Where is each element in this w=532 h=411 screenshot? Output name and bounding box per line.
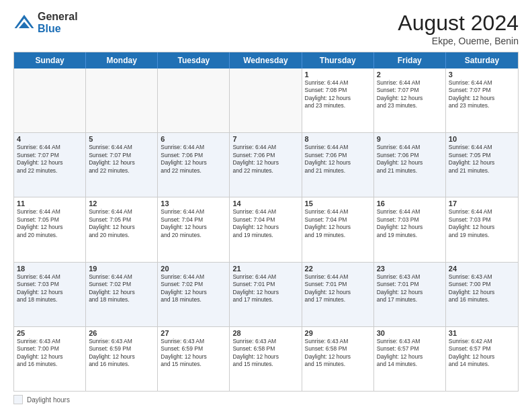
logo-blue: Blue [38, 23, 78, 35]
header-day-sunday: Sunday [14, 52, 86, 68]
logo: General Blue [13, 11, 78, 34]
day-number: 28 [232, 329, 298, 337]
calendar-row-2: 11Sunrise: 6:44 AMSunset: 7:05 PMDayligh… [14, 197, 518, 262]
day-info: Sunrise: 6:44 AMSunset: 7:07 PMDaylight:… [17, 144, 83, 175]
month-year: August 2024 [398, 11, 519, 36]
day-cell-29: 29Sunrise: 6:43 AMSunset: 6:58 PMDayligh… [302, 327, 374, 391]
day-number: 12 [89, 199, 154, 208]
empty-cell-0-1 [86, 68, 158, 132]
day-info: Sunrise: 6:44 AMSunset: 7:03 PMDaylight:… [377, 208, 443, 239]
day-cell-12: 12Sunrise: 6:44 AMSunset: 7:05 PMDayligh… [86, 197, 158, 261]
day-cell-28: 28Sunrise: 6:43 AMSunset: 6:58 PMDayligh… [230, 327, 302, 391]
day-number: 27 [161, 329, 226, 337]
calendar-header: SundayMondayTuesdayWednesdayThursdayFrid… [14, 52, 518, 68]
header-day-saturday: Saturday [446, 52, 518, 68]
day-number: 30 [377, 329, 443, 337]
day-info: Sunrise: 6:44 AMSunset: 7:02 PMDaylight:… [161, 273, 226, 304]
day-cell-22: 22Sunrise: 6:44 AMSunset: 7:01 PMDayligh… [302, 263, 374, 326]
day-info: Sunrise: 6:44 AMSunset: 7:04 PMDaylight:… [161, 208, 226, 239]
day-info: Sunrise: 6:43 AMSunset: 7:00 PMDaylight:… [449, 273, 515, 304]
day-info: Sunrise: 6:44 AMSunset: 7:02 PMDaylight:… [89, 273, 154, 304]
day-cell-27: 27Sunrise: 6:43 AMSunset: 6:59 PMDayligh… [158, 327, 230, 391]
day-number: 21 [232, 265, 298, 273]
day-info: Sunrise: 6:44 AMSunset: 7:04 PMDaylight:… [305, 208, 371, 239]
day-cell-8: 8Sunrise: 6:44 AMSunset: 7:06 PMDaylight… [302, 133, 374, 197]
day-cell-19: 19Sunrise: 6:44 AMSunset: 7:02 PMDayligh… [86, 263, 158, 326]
day-number: 7 [232, 135, 298, 143]
day-info: Sunrise: 6:44 AMSunset: 7:07 PMDaylight:… [377, 79, 443, 110]
location: Ekpe, Oueme, Benin [398, 36, 519, 46]
day-cell-17: 17Sunrise: 6:44 AMSunset: 7:03 PMDayligh… [446, 197, 518, 261]
day-cell-13: 13Sunrise: 6:44 AMSunset: 7:04 PMDayligh… [158, 197, 230, 261]
day-cell-6: 6Sunrise: 6:44 AMSunset: 7:06 PMDaylight… [158, 133, 230, 197]
day-number: 9 [377, 135, 443, 143]
calendar-row-3: 18Sunrise: 6:44 AMSunset: 7:03 PMDayligh… [14, 263, 518, 327]
page: General Blue August 2024 Ekpe, Oueme, Be… [0, 0, 532, 411]
day-cell-4: 4Sunrise: 6:44 AMSunset: 7:07 PMDaylight… [14, 133, 86, 197]
day-cell-3: 3Sunrise: 6:44 AMSunset: 7:07 PMDaylight… [446, 68, 518, 132]
day-cell-26: 26Sunrise: 6:43 AMSunset: 6:59 PMDayligh… [86, 327, 158, 391]
day-info: Sunrise: 6:43 AMSunset: 6:58 PMDaylight:… [305, 338, 371, 369]
logo-general: General [38, 11, 78, 23]
legend-label: Daylight hours [27, 396, 70, 404]
day-info: Sunrise: 6:44 AMSunset: 7:06 PMDaylight:… [305, 144, 371, 175]
calendar-row-1: 4Sunrise: 6:44 AMSunset: 7:07 PMDaylight… [14, 133, 518, 197]
day-info: Sunrise: 6:44 AMSunset: 7:01 PMDaylight:… [305, 273, 371, 304]
day-number: 26 [89, 329, 154, 337]
day-info: Sunrise: 6:43 AMSunset: 6:57 PMDaylight:… [377, 338, 443, 369]
day-info: Sunrise: 6:44 AMSunset: 7:03 PMDaylight:… [17, 273, 83, 304]
day-number: 20 [161, 265, 226, 273]
header: General Blue August 2024 Ekpe, Oueme, Be… [13, 11, 519, 46]
day-info: Sunrise: 6:44 AMSunset: 7:08 PMDaylight:… [305, 79, 371, 110]
day-number: 2 [377, 71, 443, 79]
day-info: Sunrise: 6:43 AMSunset: 6:59 PMDaylight:… [89, 338, 154, 369]
day-info: Sunrise: 6:43 AMSunset: 7:01 PMDaylight:… [377, 273, 443, 304]
day-info: Sunrise: 6:44 AMSunset: 7:01 PMDaylight:… [232, 273, 298, 304]
day-number: 22 [305, 265, 371, 273]
day-number: 5 [89, 135, 154, 143]
day-number: 11 [17, 199, 83, 208]
header-day-thursday: Thursday [302, 52, 374, 68]
day-cell-15: 15Sunrise: 6:44 AMSunset: 7:04 PMDayligh… [302, 197, 374, 261]
day-cell-25: 25Sunrise: 6:43 AMSunset: 7:00 PMDayligh… [14, 327, 86, 391]
empty-cell-0-3 [230, 68, 302, 132]
day-number: 31 [449, 329, 515, 337]
day-info: Sunrise: 6:43 AMSunset: 6:59 PMDaylight:… [161, 338, 226, 369]
day-info: Sunrise: 6:44 AMSunset: 7:04 PMDaylight:… [232, 208, 298, 239]
day-number: 3 [449, 71, 515, 79]
day-cell-21: 21Sunrise: 6:44 AMSunset: 7:01 PMDayligh… [230, 263, 302, 326]
day-info: Sunrise: 6:44 AMSunset: 7:03 PMDaylight:… [449, 208, 515, 239]
day-cell-5: 5Sunrise: 6:44 AMSunset: 7:07 PMDaylight… [86, 133, 158, 197]
day-number: 10 [449, 135, 515, 143]
day-cell-18: 18Sunrise: 6:44 AMSunset: 7:03 PMDayligh… [14, 263, 86, 326]
footer: Daylight hours [13, 395, 519, 404]
day-cell-16: 16Sunrise: 6:44 AMSunset: 7:03 PMDayligh… [374, 197, 446, 261]
calendar: SundayMondayTuesdayWednesdayThursdayFrid… [13, 52, 519, 392]
day-info: Sunrise: 6:44 AMSunset: 7:06 PMDaylight:… [232, 144, 298, 175]
day-cell-10: 10Sunrise: 6:44 AMSunset: 7:05 PMDayligh… [446, 133, 518, 197]
day-cell-2: 2Sunrise: 6:44 AMSunset: 7:07 PMDaylight… [374, 68, 446, 132]
day-info: Sunrise: 6:44 AMSunset: 7:05 PMDaylight:… [449, 144, 515, 175]
day-number: 8 [305, 135, 371, 143]
calendar-row-0: 1Sunrise: 6:44 AMSunset: 7:08 PMDaylight… [14, 68, 518, 133]
day-cell-20: 20Sunrise: 6:44 AMSunset: 7:02 PMDayligh… [158, 263, 230, 326]
day-number: 17 [449, 199, 515, 208]
day-number: 14 [232, 199, 298, 208]
day-number: 16 [377, 199, 443, 208]
day-number: 19 [89, 265, 154, 273]
day-info: Sunrise: 6:44 AMSunset: 7:07 PMDaylight:… [449, 79, 515, 110]
day-info: Sunrise: 6:42 AMSunset: 6:57 PMDaylight:… [449, 338, 515, 369]
calendar-row-4: 25Sunrise: 6:43 AMSunset: 7:00 PMDayligh… [14, 327, 518, 391]
header-day-tuesday: Tuesday [158, 52, 230, 68]
day-number: 13 [161, 199, 226, 208]
day-number: 24 [449, 265, 515, 273]
day-info: Sunrise: 6:44 AMSunset: 7:06 PMDaylight:… [377, 144, 443, 175]
day-cell-23: 23Sunrise: 6:43 AMSunset: 7:01 PMDayligh… [374, 263, 446, 326]
header-day-friday: Friday [374, 52, 446, 68]
day-cell-11: 11Sunrise: 6:44 AMSunset: 7:05 PMDayligh… [14, 197, 86, 261]
day-cell-9: 9Sunrise: 6:44 AMSunset: 7:06 PMDaylight… [374, 133, 446, 197]
day-cell-24: 24Sunrise: 6:43 AMSunset: 7:00 PMDayligh… [446, 263, 518, 326]
legend-box [13, 395, 23, 404]
day-info: Sunrise: 6:44 AMSunset: 7:05 PMDaylight:… [17, 208, 83, 239]
day-number: 29 [305, 329, 371, 337]
